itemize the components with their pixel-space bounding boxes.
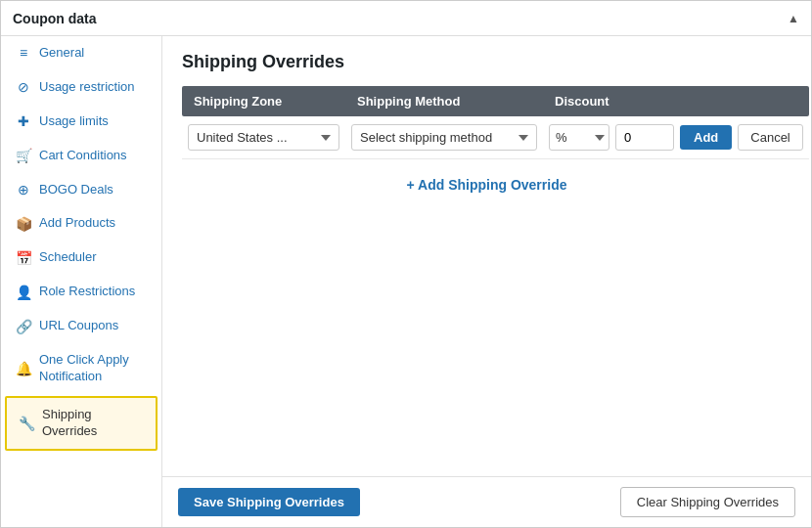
url-coupons-icon: 🔗 bbox=[16, 319, 31, 334]
add-button[interactable]: Add bbox=[680, 125, 732, 150]
method-select[interactable]: Select shipping method bbox=[351, 124, 537, 151]
cart-conditions-icon: 🛒 bbox=[16, 148, 31, 163]
sidebar-item-usage-limits[interactable]: ✚Usage limits bbox=[1, 105, 161, 139]
main-panel: Shipping Overrides Shipping Zone Shippin… bbox=[162, 36, 811, 527]
sidebar-item-shipping-overrides[interactable]: 🔧Shipping Overrides bbox=[5, 396, 158, 451]
sidebar-item-label-url-coupons: URL Coupons bbox=[39, 318, 118, 334]
sidebar-item-usage-restriction[interactable]: ⊘Usage restriction bbox=[1, 70, 161, 105]
save-shipping-overrides-button[interactable]: Save Shipping Overrides bbox=[178, 488, 360, 516]
zone-select[interactable]: United States ... bbox=[188, 124, 339, 151]
usage-limits-icon: ✚ bbox=[16, 113, 31, 129]
zone-cell: United States ... bbox=[182, 116, 345, 159]
col-header-method: Shipping Method bbox=[345, 86, 543, 116]
table-row: United States ... Select shipping method bbox=[182, 116, 809, 159]
window-header: Coupon data ▲ bbox=[1, 1, 811, 36]
sidebar-item-label-bogo-deals: BOGO Deals bbox=[39, 182, 113, 198]
discount-value-input[interactable] bbox=[615, 124, 674, 151]
collapse-arrow[interactable]: ▲ bbox=[788, 12, 799, 25]
sidebar-item-role-restrictions[interactable]: 👤Role Restrictions bbox=[1, 275, 161, 309]
sidebar-item-label-add-products: Add Products bbox=[39, 215, 115, 232]
sidebar-item-one-click-apply[interactable]: 🔔One Click Apply Notification bbox=[1, 343, 161, 394]
role-restrictions-icon: 👤 bbox=[16, 285, 31, 300]
sidebar-item-label-shipping-overrides: Shipping Overrides bbox=[42, 407, 144, 440]
add-override-text: + Add Shipping Override bbox=[406, 177, 566, 193]
sidebar-item-label-usage-limits: Usage limits bbox=[39, 113, 109, 130]
sidebar: ≡General⊘Usage restriction✚Usage limits🛒… bbox=[1, 36, 162, 527]
sidebar-item-label-usage-restriction: Usage restriction bbox=[39, 79, 135, 96]
sidebar-item-label-cart-conditions: Cart Conditions bbox=[39, 148, 127, 164]
cancel-button[interactable]: Cancel bbox=[738, 124, 802, 151]
shipping-overrides-table: Shipping Zone Shipping Method Discount U… bbox=[182, 86, 809, 159]
clear-shipping-overrides-button[interactable]: Clear Shipping Overrides bbox=[620, 487, 795, 517]
shipping-overrides-icon: 🔧 bbox=[19, 416, 34, 431]
sidebar-item-label-general: General bbox=[39, 45, 84, 62]
coupon-data-window: Coupon data ▲ ≡General⊘Usage restriction… bbox=[0, 0, 812, 528]
bogo-deals-icon: ⊕ bbox=[16, 182, 31, 198]
content-area: ≡General⊘Usage restriction✚Usage limits🛒… bbox=[1, 36, 811, 527]
main-footer: Save Shipping Overrides Clear Shipping O… bbox=[162, 476, 811, 527]
sidebar-item-bogo-deals[interactable]: ⊕BOGO Deals bbox=[1, 173, 161, 207]
discount-controls: % $ Add Cancel bbox=[549, 124, 803, 151]
sidebar-item-add-products[interactable]: 📦Add Products bbox=[1, 206, 161, 241]
scheduler-icon: 📅 bbox=[16, 250, 31, 266]
usage-restriction-icon: ⊘ bbox=[16, 79, 31, 95]
one-click-apply-icon: 🔔 bbox=[16, 361, 31, 376]
add-products-icon: 📦 bbox=[16, 216, 31, 232]
sidebar-item-general[interactable]: ≡General bbox=[1, 36, 161, 70]
sidebar-item-cart-conditions[interactable]: 🛒Cart Conditions bbox=[1, 139, 161, 173]
sidebar-item-url-coupons[interactable]: 🔗URL Coupons bbox=[1, 309, 161, 343]
col-header-discount: Discount bbox=[543, 86, 809, 116]
sidebar-item-label-role-restrictions: Role Restrictions bbox=[39, 284, 135, 300]
main-content: Shipping Overrides Shipping Zone Shippin… bbox=[162, 36, 811, 476]
general-icon: ≡ bbox=[16, 45, 31, 61]
sidebar-item-scheduler[interactable]: 📅Scheduler bbox=[1, 241, 161, 275]
col-header-zone: Shipping Zone bbox=[182, 86, 345, 116]
window-title: Coupon data bbox=[13, 11, 97, 26]
method-cell: Select shipping method bbox=[345, 116, 543, 159]
sidebar-item-label-one-click-apply: One Click Apply Notification bbox=[39, 352, 150, 385]
discount-type-select[interactable]: % $ bbox=[549, 124, 609, 151]
sidebar-item-label-scheduler: Scheduler bbox=[39, 249, 97, 266]
discount-cell: % $ Add Cancel bbox=[543, 116, 809, 159]
section-title: Shipping Overrides bbox=[182, 52, 791, 72]
add-shipping-override-link[interactable]: + Add Shipping Override bbox=[182, 171, 791, 198]
